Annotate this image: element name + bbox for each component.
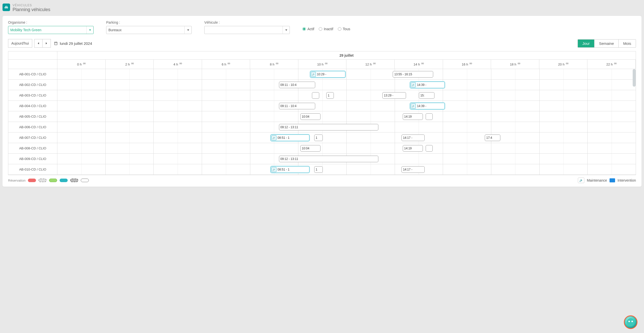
reservation-bar[interactable]: 15:	[419, 92, 434, 99]
row-timeline: 10:0414:19	[57, 143, 636, 153]
reservation-bar[interactable]: 1	[314, 135, 323, 141]
row-timeline: 09:11 - 10:414:39 -	[57, 80, 636, 90]
chevron-left-icon	[38, 42, 39, 44]
table-row: AB-010-CD / CLIO08:51 - 1114:17 -	[8, 164, 636, 175]
reservation-bar[interactable]: 14:19	[403, 145, 423, 152]
bar-label: 14:19	[404, 147, 412, 150]
view-semaine[interactable]: Semaine	[594, 40, 618, 47]
bar-label: 14:19	[404, 115, 412, 118]
maintenance-bar[interactable]: 14:39 -	[410, 82, 445, 88]
today-button[interactable]: Aujourd'hui	[8, 39, 32, 48]
swatch-dashed-dark	[70, 179, 78, 182]
filter-org-label: Organisme :	[8, 20, 96, 24]
bar-label: 14:17 -	[403, 136, 412, 140]
time-col: 14 h 00	[395, 60, 443, 69]
reservation-bar[interactable]	[312, 92, 319, 99]
chevron-down-icon	[86, 26, 93, 34]
radio-actif[interactable]: Actif	[302, 27, 314, 31]
radio-dot-icon	[319, 27, 322, 31]
vehicle-label: AB-004-CD / CLIO	[8, 101, 57, 111]
view-mois[interactable]: Mois	[618, 40, 636, 47]
bar-label: 08:51 - 1	[277, 168, 289, 171]
row-timeline: 113:29 -15:	[57, 90, 636, 101]
row-timeline: 09:12 - 13:11	[57, 154, 636, 164]
filter-organisme: Organisme : Mobility Tech Green	[8, 20, 96, 34]
scheduler: 29 juillet 0 h 002 h 004 h 006 h 008 h 0…	[8, 51, 636, 175]
time-col: 6 h 00	[202, 60, 250, 69]
reservation-bar[interactable]: 10:04	[300, 113, 320, 120]
bar-label: 1	[316, 136, 317, 140]
scrollbar-thumb[interactable]	[633, 69, 636, 87]
vehicle-label: AB-003-CD / CLIO	[8, 90, 57, 101]
maintenance-bar[interactable]: 14:39 -	[410, 103, 445, 109]
bar-label: 15:	[420, 94, 425, 97]
car-icon	[3, 4, 10, 11]
bar-label: 13:29 -	[384, 94, 393, 97]
bar-label: 09:11 - 10:4	[280, 83, 297, 87]
next-day-button[interactable]	[43, 39, 51, 47]
table-row: AB-009-CD / CLIO09:12 - 13:11	[8, 154, 636, 164]
maintenance-bar[interactable]: 10:29 -	[310, 71, 345, 78]
row-timeline: 09:12 - 13:11	[57, 122, 636, 132]
legend-intervention-label: Intervention	[618, 178, 636, 182]
reservation-bar[interactable]: 1	[314, 166, 323, 173]
select-parking[interactable]: Bureaux	[106, 26, 192, 34]
chevron-right-icon	[46, 42, 47, 44]
reservation-bar[interactable]: 14:17 -	[401, 135, 425, 141]
reservation-bar[interactable]: 09:11 - 10:4	[279, 103, 315, 109]
reservation-bar[interactable]: 14:17 -	[401, 166, 425, 173]
swatch-white	[81, 179, 89, 182]
reservation-bar[interactable]: 09:11 - 10:4	[279, 82, 315, 88]
reservation-bar[interactable]: 1	[326, 92, 334, 99]
vehicle-label: AB-009-CD / CLIO	[8, 154, 57, 164]
reservation-bar[interactable]	[426, 145, 433, 152]
vehicle-label: AB-010-CD / CLIO	[8, 164, 57, 175]
maintenance-bar[interactable]: 08:51 - 1	[271, 166, 309, 173]
swatch-teal	[60, 179, 68, 182]
view-switch: JourSemaineMois	[578, 39, 636, 48]
table-row: AB-004-CD / CLIO09:11 - 10:414:39 -	[8, 101, 636, 111]
table-row: AB-007-CD / CLIO08:51 - 1114:17 -17:4	[8, 132, 636, 143]
row-timeline: 09:11 - 10:414:39 -	[57, 101, 636, 111]
breadcrumb: VÉHICULES	[13, 4, 50, 7]
bar-label: 10:29 -	[317, 73, 326, 76]
wrench-icon	[311, 72, 316, 77]
bar-label: 09:11 - 10:4	[280, 104, 297, 108]
reservation-bar[interactable]: 13:55 - 16:15	[393, 71, 433, 78]
bar-label: 10:04	[302, 115, 309, 118]
reservation-bar[interactable]: 10:04	[300, 145, 320, 152]
reservation-bar[interactable]: 13:29 -	[382, 92, 406, 99]
legend: Réservation Maintenance Intervention	[8, 178, 636, 183]
bar-label: 14:39 -	[417, 104, 426, 108]
reservation-bar[interactable]: 14:19	[403, 113, 423, 120]
date-display[interactable]: lundi 29 juillet 2024	[54, 41, 92, 46]
filter-parking-label: Parking :	[106, 20, 194, 24]
reservation-bar[interactable]: 09:12 - 13:11	[279, 124, 378, 130]
select-organisme[interactable]: Mobility Tech Green	[8, 26, 94, 34]
wrench-icon	[271, 167, 276, 172]
wrench-icon	[578, 178, 584, 183]
reservation-bar[interactable]: 09:12 - 13:11	[279, 156, 378, 162]
prev-day-button[interactable]	[34, 39, 43, 47]
view-jour[interactable]: Jour	[578, 40, 594, 47]
bar-label: 13:55 - 16:15	[394, 73, 412, 76]
radio-label: Actif	[307, 27, 314, 31]
time-col: 10 h 00	[298, 60, 347, 69]
filter-parking: Parking : Bureaux	[106, 20, 194, 34]
maintenance-bar[interactable]: 08:51 - 1	[271, 135, 309, 141]
scheduler-body[interactable]: AB-001-CD / CLIO10:29 -13:55 - 16:15AB-0…	[8, 69, 636, 175]
reservation-bar[interactable]: 17:4	[485, 135, 500, 141]
radio-inactif[interactable]: Inactif	[319, 27, 333, 31]
bar-label: 14:39 -	[417, 83, 426, 87]
legend-maintenance-label: Maintenance	[587, 178, 607, 182]
time-col: 8 h 00	[250, 60, 298, 69]
table-row: AB-001-CD / CLIO10:29 -13:55 - 16:15	[8, 69, 636, 80]
filters-row: Organisme : Mobility Tech Green Parking …	[8, 20, 636, 34]
select-org-value: Mobility Tech Green	[10, 28, 41, 32]
bar-label: 08:51 - 1	[277, 136, 289, 140]
radio-tous[interactable]: Tous	[338, 27, 350, 31]
reservation-bar[interactable]	[426, 113, 433, 120]
select-vehicle[interactable]	[204, 26, 290, 34]
legend-reservation-label: Réservation	[8, 179, 25, 182]
bar-label: 1	[328, 94, 330, 97]
